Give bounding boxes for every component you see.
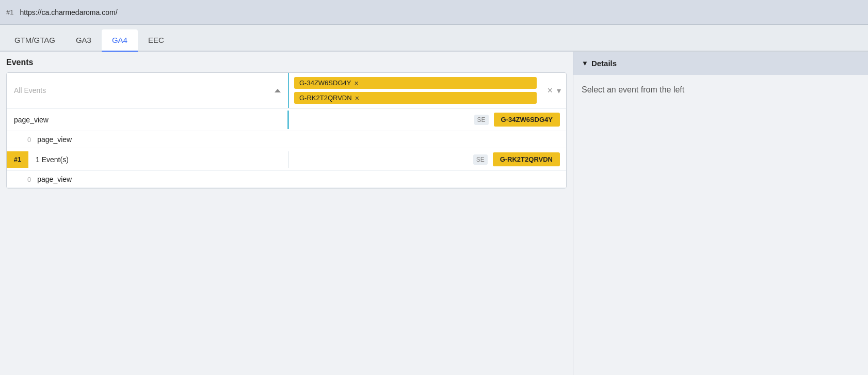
group-label: 1 Event(s) [28, 151, 288, 168]
chip-label: G-34ZW6SDG4Y [299, 79, 351, 87]
chips-actions: × ▾ [542, 81, 566, 100]
sub-event-row-2[interactable]: 0 page_view [7, 171, 566, 187]
tab-ga3[interactable]: GA3 [66, 29, 102, 52]
event-col-left-1[interactable]: page_view [7, 111, 289, 129]
chip-g34: G-34ZW6SDG4Y × [294, 77, 537, 89]
tab-gtm[interactable]: GTM/GTAG [4, 29, 66, 52]
se-label-2: SE [473, 154, 488, 165]
sub-event-count-1: 0 [27, 136, 31, 144]
tab-eec[interactable]: EEC [138, 29, 174, 52]
chip-grk: G-RK2T2QRVDN × [294, 92, 537, 104]
event-name-1: page_view [14, 116, 49, 124]
details-empty-text: Select an event from the left [573, 75, 868, 105]
se-label-1: SE [474, 115, 489, 125]
event-group-2: #1 1 Event(s) SE G-RK2T2QRVDN 0 page_vie… [7, 148, 566, 188]
tab-number: #1 [6, 8, 13, 16]
events-container: All Events G-34ZW6SDG4Y × G-RK2T2QRVDN × [6, 72, 567, 189]
left-panel: Events All Events G-34ZW6SDG4Y × [0, 52, 573, 375]
event-row-1-main: page_view SE G-34ZW6SDG4Y [7, 108, 566, 131]
browser-bar: #1 https://ca.charmedaroma.com/ [0, 0, 868, 25]
sub-event-count-2: 0 [27, 176, 31, 183]
details-title: Details [591, 59, 617, 68]
event-col-right-2: SE G-RK2T2QRVDN [289, 148, 566, 170]
chevron-up-icon [275, 89, 281, 92]
hit-badge-1: G-34ZW6SDG4Y [494, 113, 560, 127]
event-type-label: All Events [14, 86, 46, 95]
hit-badge-2: G-RK2T2QRVDN [493, 152, 560, 166]
tabs-row: GTM/GTAG GA3 GA4 EEC [0, 25, 868, 52]
filter-row: All Events G-34ZW6SDG4Y × G-RK2T2QRVDN × [7, 73, 566, 108]
events-header: Events [6, 58, 567, 67]
event-row-2-main: #1 1 Event(s) SE G-RK2T2QRVDN [7, 148, 566, 171]
main-area: Events All Events G-34ZW6SDG4Y × [0, 52, 868, 375]
chip-close-g34[interactable]: × [354, 80, 358, 87]
event-col-right-1: SE G-34ZW6SDG4Y [289, 108, 566, 131]
sub-event-name-2: page_view [37, 175, 72, 183]
event-col-left-2: #1 1 Event(s) [7, 151, 289, 168]
url-bar: https://ca.charmedaroma.com/ [20, 8, 117, 17]
chip-close-grk[interactable]: × [355, 95, 359, 102]
dropdown-chevron-icon[interactable]: ▾ [557, 86, 561, 96]
clear-all-icon[interactable]: × [547, 85, 553, 96]
event-group-1: page_view SE G-34ZW6SDG4Y 0 page_view [7, 108, 566, 148]
event-type-dropdown[interactable]: All Events [7, 73, 289, 108]
right-panel: ▼ Details Select an event from the left [573, 52, 868, 375]
chip-label: G-RK2T2QRVDN [299, 94, 352, 102]
group-num-badge: #1 [7, 151, 28, 168]
tab-ga4[interactable]: GA4 [102, 29, 138, 52]
details-arrow-icon: ▼ [582, 59, 588, 67]
details-header: ▼ Details [573, 52, 868, 75]
sub-event-row-1[interactable]: 0 page_view [7, 131, 566, 148]
sub-event-name-1: page_view [37, 135, 72, 144]
chips-column: G-34ZW6SDG4Y × G-RK2T2QRVDN × [289, 73, 542, 108]
